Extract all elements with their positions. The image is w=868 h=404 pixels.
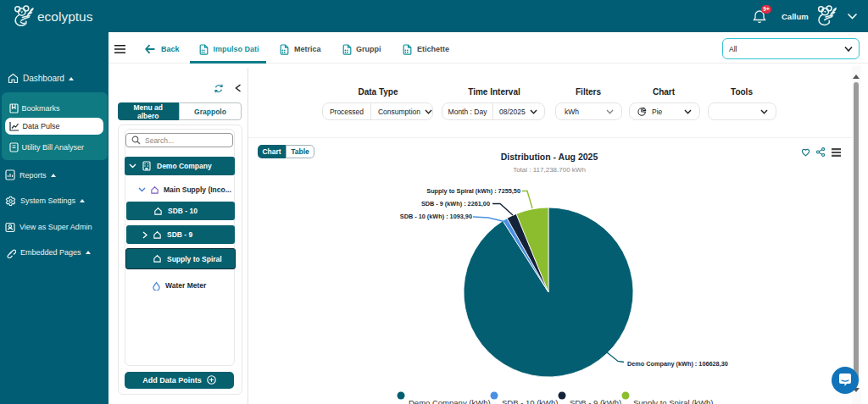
svg-text:SDB - 9 (kWh) : 2261,00: SDB - 9 (kWh) : 2261,00 xyxy=(421,200,490,208)
svg-text:SDB - 10 (kWh): SDB - 10 (kWh) xyxy=(502,398,559,404)
svg-text:Supply to Spiral (kWh): Supply to Spiral (kWh) xyxy=(633,398,714,404)
svg-text:SDB - 10 (kWh) : 1093,90: SDB - 10 (kWh) : 1093,90 xyxy=(400,213,472,220)
svg-text:Demo Company (kWh) : 106628,30: Demo Company (kWh) : 106628,30 xyxy=(627,360,728,368)
svg-text:Demo Company (kWh): Demo Company (kWh) xyxy=(409,398,491,404)
svg-text:SDB - 9 (kWh): SDB - 9 (kWh) xyxy=(570,398,621,404)
svg-text:Supply to Spiral (kWh) : 7255,: Supply to Spiral (kWh) : 7255,50 xyxy=(426,187,520,195)
